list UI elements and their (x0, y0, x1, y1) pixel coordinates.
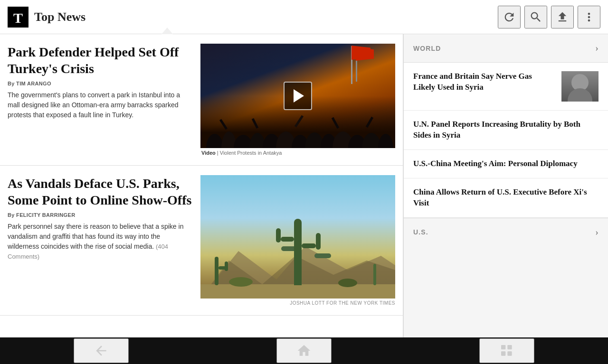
world-articles: France and Britain Say Nerve Gas Likely … (404, 63, 608, 218)
us-section-chevron: › (595, 227, 598, 238)
svg-rect-26 (507, 351, 512, 355)
article-turkey-text: Park Defender Helped Set Off Turkey's Cr… (8, 44, 193, 156)
header-indicator (162, 28, 173, 34)
article-parks-image-container: JOSHUA LOTT FOR THE NEW YORK TIMES (200, 175, 395, 306)
svg-line-15 (220, 120, 227, 129)
bottom-navigation (0, 337, 608, 364)
main-content: Park Defender Helped Set Off Turkey's Cr… (0, 34, 608, 337)
svg-point-13 (362, 133, 381, 148)
app-header: T Top News (0, 0, 608, 34)
left-panel: Park Defender Helped Set Off Turkey's Cr… (0, 34, 404, 337)
article-parks: As Vandals Deface U.S. Parks, Some Point… (0, 166, 403, 316)
article-turkey-caption: Video | Violent Protests in Antakya (200, 150, 395, 156)
home-button[interactable] (276, 338, 332, 363)
back-button[interactable] (74, 338, 129, 363)
article-parks-byline: By FELICITY BARRINGER (8, 212, 193, 218)
article-turkey-image: ★ (200, 44, 395, 148)
menu-button[interactable] (578, 6, 600, 28)
article-parks-text: As Vandals Deface U.S. Parks, Some Point… (8, 175, 193, 306)
china-executive-headline: China Allows Return of U.S. Executive Be… (413, 187, 598, 209)
right-article-us-china[interactable]: U.S.-China Meeting's Aim: Personal Diplo… (404, 150, 608, 178)
byline-label: By (8, 212, 16, 218)
nerve-gas-headline: France and Britain Say Nerve Gas Likely … (413, 71, 556, 93)
svg-text:T: T (13, 10, 23, 26)
video-label: Video (201, 150, 216, 156)
svg-line-17 (295, 116, 303, 127)
un-panel-headline: U.N. Panel Reports Increasing Brutality … (413, 119, 598, 141)
svg-point-14 (378, 134, 393, 148)
svg-rect-24 (501, 351, 505, 355)
video-play-button[interactable] (284, 82, 312, 110)
article-turkey: Park Defender Helped Set Off Turkey's Cr… (0, 34, 403, 166)
article-parks-image (200, 175, 395, 299)
search-button[interactable] (524, 6, 547, 28)
right-article-nerve-gas[interactable]: France and Britain Say Nerve Gas Likely … (404, 63, 608, 111)
header-actions (498, 6, 600, 28)
page-title: Top News (34, 10, 498, 24)
nerve-gas-thumb (561, 71, 598, 102)
right-article-un-panel[interactable]: U.N. Panel Reports Increasing Brutality … (404, 111, 608, 150)
share-button[interactable] (551, 6, 574, 28)
svg-line-19 (367, 117, 372, 127)
svg-rect-23 (501, 345, 505, 349)
article-parks-caption: JOSHUA LOTT FOR THE NEW YORK TIMES (200, 300, 395, 306)
svg-point-2 (206, 134, 223, 148)
svg-line-16 (253, 119, 257, 128)
video-caption-text: Violent Protests in Antakya (220, 150, 282, 156)
world-section-header[interactable]: WORLD › (404, 34, 608, 63)
world-section-chevron: › (595, 43, 598, 54)
svg-rect-22 (200, 284, 395, 299)
recents-button[interactable] (479, 338, 534, 363)
right-article-china-executive[interactable]: China Allows Return of U.S. Executive Be… (404, 178, 608, 218)
byline-author: TIM ARANGO (16, 81, 51, 86)
us-section-title: U.S. (413, 228, 428, 236)
article-turkey-body: The government's plans to convert a park… (8, 90, 193, 120)
app-logo: T (8, 7, 28, 28)
article-parks-headline[interactable]: As Vandals Deface U.S. Parks, Some Point… (8, 175, 193, 208)
refresh-button[interactable] (498, 6, 521, 28)
article-turkey-byline: By TIM ARANGO (8, 81, 193, 86)
us-section-header[interactable]: U.S. › (404, 218, 608, 246)
svg-rect-25 (507, 345, 512, 349)
article-parks-body: Park personnel say there is reason to be… (8, 222, 193, 261)
article-turkey-headline[interactable]: Park Defender Helped Set Off Turkey's Cr… (8, 44, 193, 77)
world-section-title: WORLD (413, 45, 441, 52)
right-panel: WORLD › France and Britain Say Nerve Gas… (404, 34, 608, 337)
us-china-headline: U.S.-China Meeting's Aim: Personal Diplo… (413, 159, 598, 169)
byline-label: By (8, 81, 16, 86)
article-turkey-image-container: ★ Video | Violent Protests in Antakya (200, 44, 395, 156)
nerve-gas-face-image (561, 71, 598, 102)
svg-line-18 (332, 118, 338, 128)
byline-author: FELICITY BARRINGER (16, 212, 75, 218)
